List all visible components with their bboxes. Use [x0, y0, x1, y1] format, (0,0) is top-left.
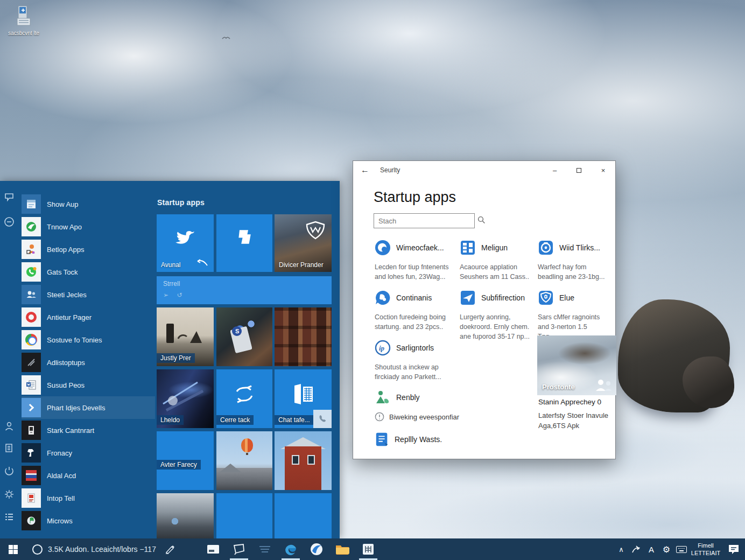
tray-gear-icon[interactable]: ⚙ [659, 538, 674, 560]
app-label: Fronacy [47, 449, 72, 457]
startup-app-sarligntorls[interactable]: ip Sarligntorls Shoutust a inckew ap fir… [375, 340, 465, 382]
clock-line-1: Fimell [690, 542, 721, 549]
tile-flag-app[interactable] [216, 214, 272, 272]
action-center-icon[interactable] [722, 538, 745, 560]
startup-app-renbly[interactable]: Renbly [375, 389, 465, 405]
tile-banner-strrell[interactable]: Strrell ➢ ↺ [157, 276, 332, 304]
swirl-browser-icon[interactable] [304, 538, 329, 560]
account-icon[interactable] [4, 216, 15, 227]
startup-app-elue[interactable]: Elue Sars cMfer ragnoints and 3-nerton 1… [538, 290, 606, 341]
start-app-tnnow-apo[interactable]: Tnnow Apo [22, 215, 155, 238]
start-app-stark-cantnrart[interactable]: Stark Cantnrart [22, 419, 155, 442]
tile-avter-farecy[interactable]: Avter Farecy [157, 431, 214, 490]
store-lines-icon[interactable] [252, 538, 278, 560]
tile-avunal[interactable]: Avunal [157, 214, 214, 272]
start-app-adlistoptups[interactable]: Adlistoptups [22, 351, 155, 374]
back-button[interactable]: ← [353, 165, 377, 175]
tile-balloon-photo[interactable] [216, 431, 272, 490]
tile-divicer-prander[interactable]: Divicer Prander [275, 214, 332, 272]
tile-lheldo[interactable]: Lheldo [157, 369, 214, 428]
user-icon[interactable] [4, 421, 15, 432]
start-app-antietur-pager[interactable]: Antietur Pager [22, 306, 155, 328]
tile-blank-2[interactable] [275, 493, 332, 538]
sync-arrows-icon [233, 385, 256, 403]
search-icon[interactable] [477, 216, 486, 226]
tile-phone-photo[interactable]: S [216, 307, 272, 366]
settings-search-box[interactable] [374, 213, 475, 228]
door-grid-icon [291, 383, 315, 405]
settings-search-input[interactable] [374, 217, 477, 225]
startup-app-desc: Warfecf hay fom beadling ane 23-1bg... [538, 263, 606, 282]
page-title: Startup apps [374, 189, 456, 206]
tile-car-photo[interactable] [157, 493, 214, 538]
chevron-right-icon [22, 398, 41, 417]
file-explorer-icon[interactable] [329, 538, 355, 560]
ime-letter-icon[interactable]: A [644, 538, 659, 560]
desktop-shortcut[interactable]: sacsbcvnt lte [1, 5, 46, 36]
window-title: Seurlty [380, 166, 400, 174]
start-app-intop-tell[interactable]: Intop Tell [22, 487, 155, 509]
house-body-shape [285, 446, 321, 490]
start-app-betlop-apps[interactable]: Betlop Apps [22, 238, 155, 261]
close-button[interactable]: × [591, 161, 615, 179]
task-view-icon[interactable] [226, 538, 252, 560]
minimize-button[interactable]: – [543, 161, 567, 179]
power-icon[interactable] [4, 465, 15, 476]
promo-line: Laterfsty Stoer Inavule [538, 411, 616, 421]
green-people-icon [375, 389, 391, 405]
window-shape [307, 455, 315, 465]
start-app-phart-idjes-devells[interactable]: Phart Idjes Devells [22, 396, 155, 419]
start-app-microws[interactable]: Microws [22, 509, 155, 532]
tray-chevron-icon[interactable]: ∧ [614, 538, 629, 560]
tile-brick-house-photo[interactable] [275, 431, 332, 490]
tile-blank-1[interactable] [216, 493, 272, 538]
ink-pen-icon[interactable] [165, 544, 175, 554]
startup-app-subfifirection[interactable]: Subfifirection Lurgerty aonring, doekroo… [460, 290, 535, 341]
tile-cerre-tack[interactable]: Cerre tack [216, 369, 272, 428]
promo-card[interactable]: Prostonte [537, 335, 616, 395]
startup-app-name: Wiid Tlirks... [559, 243, 600, 252]
startup-app-continanis[interactable]: Continanis Coction furedeing boing start… [375, 290, 456, 332]
start-app-gats-tock[interactable]: Gats Tock [22, 261, 155, 283]
handset-icon [318, 414, 327, 424]
start-app-fronacy[interactable]: Fronacy [22, 442, 155, 464]
feedback-bubble-icon[interactable] [4, 192, 15, 202]
documents-icon[interactable] [4, 443, 15, 453]
start-button[interactable] [0, 538, 26, 560]
taskbar-search[interactable]: 3.5K Audon. Lceaicht/lobrs −117 [26, 538, 193, 560]
maximize-button[interactable] [567, 161, 591, 179]
start-app-aldal-acd[interactable]: Aldal Acd [22, 464, 155, 487]
settings-gear-icon[interactable] [4, 489, 15, 500]
doc-line[interactable]: Repllly Wasts. [375, 432, 442, 447]
bird-icon [222, 36, 230, 41]
taskbar-clock[interactable]: Fimell LETTEIAIT [689, 542, 722, 557]
hot-air-balloon-shape [241, 438, 253, 452]
edge-browser-icon[interactable] [278, 538, 304, 560]
tile-chat-tafe[interactable]: Chat tafe... [275, 369, 332, 428]
touch-keyboard-icon[interactable] [674, 538, 689, 560]
taskbar-window-app-icon[interactable] [200, 538, 226, 560]
grid-app-icon[interactable] [355, 538, 381, 560]
start-app-steeti-jecles[interactable]: Steeti Jecles [22, 283, 155, 306]
startup-app-meligun[interactable]: Meligun Acaource applation Seushers am 1… [460, 240, 535, 282]
chat-bubble-icon [375, 290, 391, 306]
roof-shape [220, 464, 241, 472]
angular-logo-icon [22, 443, 41, 463]
banner-title: Strrell [163, 280, 180, 288]
startup-app-wimeocfaek[interactable]: Wimeocfaek... Lecden for tiup fntenents … [375, 240, 456, 282]
start-app-show-aup[interactable]: Show Aup [22, 193, 155, 215]
share-arrow-icon[interactable] [629, 538, 644, 560]
start-app-susud-peos[interactable]: Susud Peos [22, 374, 155, 396]
start-menu: Show Aup Tnnow Apo Betlop Apps Gats Tock [0, 181, 340, 538]
all-apps-list-icon[interactable] [4, 512, 15, 522]
startup-app-desc: Coction furedeing boing startung. and 23… [375, 313, 456, 332]
info-circle-icon [375, 412, 384, 422]
startup-app-wiid-tlirks[interactable]: Wiid Tlirks... Warfecf hay fom beadling … [538, 240, 606, 282]
tile-justly-prer[interactable]: Justly Prer [157, 307, 214, 366]
tile-shelf-photo[interactable] [275, 307, 332, 366]
ip-circle-icon: ip [375, 340, 391, 356]
taskbar-app-icons [200, 538, 381, 560]
startup-app-desc: Acaource applation Seushers am 11 Cass.. [460, 263, 535, 282]
tile-label: Justly Prer [157, 353, 195, 363]
start-app-sostuve-fo-tonies[interactable]: Sostuve fo Tonies [22, 328, 155, 351]
